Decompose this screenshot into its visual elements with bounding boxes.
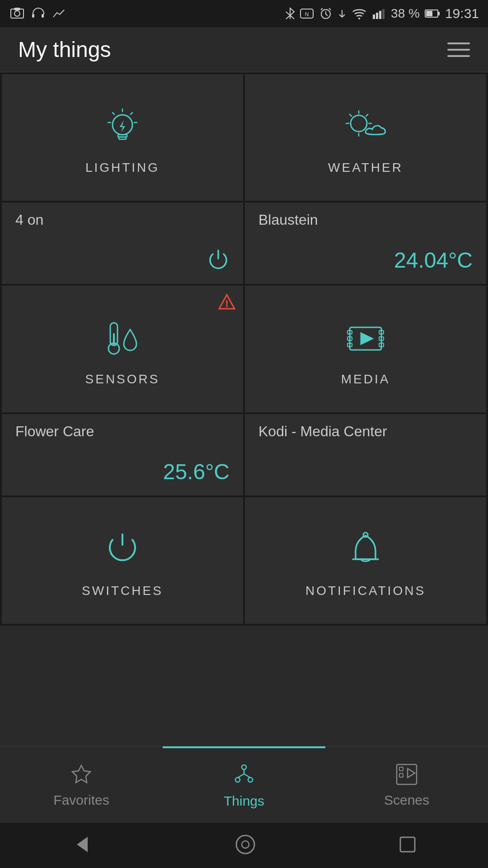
bottom-navigation: Favorites Things Scenes [0, 746, 488, 823]
photo-status-icon [9, 5, 25, 22]
svg-point-58 [236, 835, 254, 854]
weather-temperature-value: 24.04°C [394, 248, 473, 273]
weather-icon [341, 104, 390, 151]
svg-rect-54 [399, 767, 403, 771]
status-left-icons [9, 5, 67, 22]
status-row-2: Flower Care 25.6°C Kodi - Media Center [2, 414, 486, 495]
lighting-status-text: 4 on [15, 212, 43, 228]
svg-point-49 [248, 778, 253, 782]
svg-rect-15 [426, 11, 432, 16]
sensors-label: SENSORS [85, 372, 160, 387]
media-category-cell[interactable]: MEDIA [245, 286, 486, 412]
lighting-category-cell[interactable]: LIGHTING [2, 74, 243, 201]
notifications-label: NOTIFICATIONS [305, 584, 426, 598]
sensors-icon [98, 316, 147, 363]
switches-category-cell[interactable]: SWITCHES [2, 497, 243, 624]
favorites-nav-label: Favorites [53, 793, 109, 808]
weather-label: WEATHER [328, 160, 403, 175]
main-content: LIGHTING WEATHER [0, 72, 488, 626]
svg-line-26 [366, 114, 368, 116]
lightbulb-icon [100, 104, 145, 151]
svg-marker-43 [361, 333, 372, 344]
svg-rect-12 [382, 9, 385, 19]
power-status-icon [205, 246, 232, 275]
sensors-status-cell[interactable]: Flower Care 25.6°C [2, 414, 243, 495]
svg-point-1 [14, 11, 20, 16]
svg-rect-4 [42, 14, 44, 18]
svg-rect-60 [400, 837, 415, 852]
svg-point-16 [113, 115, 132, 135]
svg-point-8 [358, 18, 360, 19]
favorites-nav-item[interactable]: Favorites [0, 746, 163, 823]
scenes-nav-label: Scenes [384, 793, 429, 808]
scenes-nav-item[interactable]: Scenes [325, 746, 488, 823]
category-row-1: LIGHTING WEATHER [2, 74, 486, 201]
chart-status-icon [51, 5, 67, 22]
lighting-status-cell[interactable]: 4 on [2, 203, 243, 284]
things-icon [231, 763, 257, 788]
svg-line-22 [113, 113, 114, 114]
star-icon [69, 762, 94, 787]
status-right-icons: N 38 % [285, 6, 479, 21]
time-text: 19:31 [445, 6, 479, 21]
alert-icon [217, 292, 236, 313]
battery-text: 38 % [391, 6, 420, 21]
category-row-2: SENSORS MEDIA [2, 286, 486, 412]
things-nav-item[interactable]: Things [163, 746, 325, 823]
svg-rect-18 [119, 137, 126, 139]
weather-category-cell[interactable]: WEATHER [245, 74, 486, 201]
sensors-category-cell[interactable]: SENSORS [2, 286, 243, 412]
switches-label: SWITCHES [82, 584, 163, 598]
svg-point-44 [363, 533, 368, 537]
media-status-cell[interactable]: Kodi - Media Center [245, 414, 486, 495]
svg-point-47 [242, 765, 246, 769]
svg-rect-9 [373, 14, 375, 19]
svg-line-51 [238, 774, 244, 778]
hamburger-line-3 [447, 55, 470, 57]
svg-point-32 [226, 306, 228, 307]
hamburger-line-2 [447, 49, 470, 51]
media-status-text: Kodi - Media Center [258, 423, 387, 440]
notifications-icon [343, 528, 388, 575]
svg-text:N: N [305, 11, 309, 18]
android-back-button[interactable] [70, 833, 93, 858]
android-home-button[interactable] [234, 833, 257, 858]
svg-point-59 [242, 841, 249, 848]
headphone-status-icon [30, 5, 46, 22]
svg-line-20 [131, 113, 132, 114]
android-nav-bar [0, 823, 488, 868]
scenes-icon [394, 762, 419, 787]
svg-point-48 [235, 778, 240, 782]
weather-status-cell[interactable]: Blaustein 24.04°C [245, 203, 486, 284]
media-label: MEDIA [341, 372, 390, 387]
category-row-3: SWITCHES NOTIFICATIONS [2, 497, 486, 624]
svg-rect-11 [379, 11, 381, 19]
hamburger-line-1 [447, 42, 470, 44]
status-bar: N 38 % [0, 0, 488, 27]
switches-icon [100, 528, 145, 575]
things-nav-label: Things [224, 793, 264, 809]
status-row-1: 4 on Blaustein 24.04°C [2, 203, 486, 284]
svg-line-28 [350, 114, 352, 116]
svg-marker-56 [408, 769, 415, 778]
sensors-temperature-value: 25.6°C [163, 459, 230, 484]
sensors-status-text: Flower Care [15, 423, 94, 440]
media-icon [343, 316, 388, 363]
svg-rect-14 [438, 12, 440, 15]
page-title: My things [18, 37, 111, 62]
svg-point-24 [351, 115, 367, 132]
weather-location-text: Blaustein [258, 212, 318, 228]
android-recents-button[interactable] [398, 835, 418, 856]
hamburger-menu-button[interactable] [447, 42, 470, 57]
lighting-label: LIGHTING [85, 160, 160, 175]
svg-marker-46 [72, 765, 90, 783]
svg-rect-10 [376, 13, 378, 19]
notifications-category-cell[interactable]: NOTIFICATIONS [245, 497, 486, 624]
svg-rect-3 [32, 14, 34, 18]
app-header: My things [0, 27, 488, 72]
svg-marker-57 [77, 837, 88, 852]
svg-rect-55 [399, 774, 403, 777]
svg-line-52 [244, 774, 250, 778]
